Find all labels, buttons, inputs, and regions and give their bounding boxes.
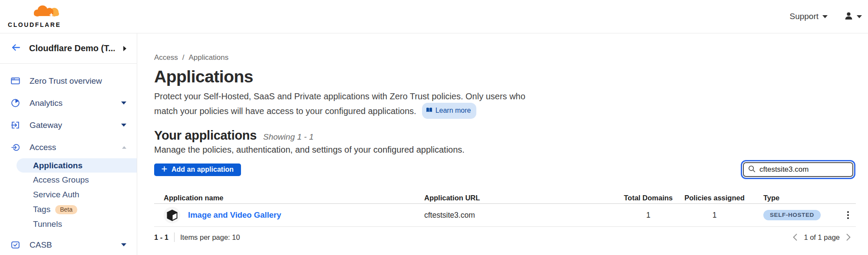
chevron-down-icon: [822, 15, 828, 18]
section-title: Your applications: [154, 128, 257, 143]
sidebar-item-label: Applications: [33, 161, 83, 170]
gateway-icon: [11, 121, 20, 130]
page-title: Applications: [154, 67, 856, 86]
back-arrow-icon[interactable]: [11, 44, 20, 53]
sidebar-item-access[interactable]: Access: [0, 136, 137, 158]
application-name-cell: Image and Video Gallery: [154, 207, 424, 223]
table-footer: 1 - 1 Items per page: 10 1 of 1 page: [154, 232, 856, 242]
applications-table: Application name Application URL Total D…: [154, 192, 856, 227]
learn-more-button[interactable]: Learn more: [422, 103, 477, 119]
toolbar: Add an application: [154, 162, 856, 177]
column-policies-assigned: Policies assigned: [677, 194, 752, 202]
application-cube-icon: [164, 207, 180, 223]
main-content: Access / Applications Applications Prote…: [138, 33, 868, 255]
search-input[interactable]: [759, 165, 848, 174]
sidebar-account-header: Cloudflare Demo (T...: [0, 33, 137, 64]
casb-check-icon: [11, 240, 20, 249]
sidebar-item-zero-trust-overview[interactable]: Zero Trust overview: [0, 70, 137, 92]
sidebar-item-label: CASB: [30, 240, 52, 250]
sidebar-item-gateway[interactable]: Gateway: [0, 114, 137, 136]
section-description: Manage the policies, authentication, and…: [154, 145, 856, 155]
breadcrumb-access[interactable]: Access: [154, 53, 178, 62]
sidebar-nav: Zero Trust overview Analytics: [0, 64, 137, 255]
sidebar-item-tunnels[interactable]: Tunnels: [0, 217, 137, 232]
pagination: 1 of 1 page: [793, 233, 851, 242]
chevron-down-icon[interactable]: [121, 101, 126, 105]
policies-assigned-cell: 1: [677, 211, 752, 220]
top-bar: CLOUDFLARE Support: [0, 0, 868, 33]
result-range: 1 - 1: [154, 233, 168, 242]
cloudflare-logo[interactable]: CLOUDFLARE: [8, 5, 61, 28]
book-icon: [426, 104, 432, 117]
top-bar-right: Support: [789, 12, 862, 22]
application-url-cell: cftestsite3.com: [424, 211, 620, 220]
expand-account-icon[interactable]: [123, 46, 126, 51]
overview-window-icon: [11, 76, 20, 85]
sidebar-item-access-groups[interactable]: Access Groups: [0, 173, 137, 187]
sidebar-item-label: Gateway: [30, 121, 62, 130]
section-header: Your applications Showing 1 - 1: [154, 128, 856, 143]
sidebar-item-service-auth[interactable]: Service Auth: [0, 187, 137, 202]
chevron-down-icon: [857, 15, 862, 18]
add-application-label: Add an application: [172, 166, 234, 173]
sidebar-item-tags[interactable]: Tags Beta: [0, 202, 137, 217]
account-name: Cloudflare Demo (T...: [29, 43, 115, 53]
search-icon: [748, 165, 756, 174]
zero-trust-dashboard: CLOUDFLARE Support: [0, 0, 868, 255]
sidebar-item-applications[interactable]: Applications: [17, 158, 137, 173]
beta-badge: Beta: [55, 205, 77, 214]
type-badge: SELF-HOSTED: [763, 210, 821, 221]
learn-more-label: Learn more: [436, 104, 471, 117]
column-type: Type: [752, 194, 856, 202]
support-label: Support: [789, 12, 818, 21]
user-menu[interactable]: [844, 12, 862, 22]
table-header-row: Application name Application URL Total D…: [154, 192, 856, 204]
divider: [174, 232, 175, 242]
previous-page-icon[interactable]: [793, 234, 797, 241]
breadcrumb-applications[interactable]: Applications: [189, 53, 229, 62]
description-line-2: match your policies will have access to …: [154, 105, 416, 118]
chevron-up-icon[interactable]: [122, 146, 126, 149]
sidebar-item-label: Access: [30, 143, 56, 152]
column-application-name: Application name: [154, 194, 424, 202]
sidebar-item-casb[interactable]: CASB: [0, 234, 137, 255]
access-submenu: Applications Access Groups Service Auth …: [0, 158, 137, 232]
cloudflare-cloud-icon: [32, 5, 61, 21]
column-total-domains: Total Domains: [620, 194, 677, 202]
column-application-url: Application URL: [424, 194, 620, 202]
access-login-icon: [11, 143, 20, 152]
type-cell: SELF-HOSTED: [752, 209, 856, 221]
page-description: Protect your Self-Hosted, SaaS and Priva…: [154, 90, 856, 119]
total-domains-cell: 1: [620, 211, 677, 220]
chevron-down-icon[interactable]: [121, 243, 126, 246]
breadcrumb-separator: /: [182, 53, 185, 62]
items-per-page-group: 1 - 1 Items per page: 10: [154, 232, 240, 242]
table-row: Image and Video Gallery cftestsite3.com …: [154, 204, 856, 227]
chevron-down-icon[interactable]: [121, 124, 126, 127]
row-actions-kebab-icon[interactable]: [845, 209, 851, 221]
user-avatar-icon: [844, 12, 853, 22]
sidebar-item-analytics[interactable]: Analytics: [0, 92, 137, 114]
sidebar-item-label: Access Groups: [33, 175, 89, 185]
items-per-page-label[interactable]: Items per page: 10: [180, 233, 240, 242]
next-page-icon[interactable]: [846, 234, 851, 241]
description-line-1: Protect your Self-Hosted, SaaS and Priva…: [154, 90, 856, 103]
sidebar-item-label: Zero Trust overview: [30, 76, 102, 86]
analytics-pie-icon: [11, 98, 20, 108]
sidebar-item-label: Service Auth: [33, 190, 79, 199]
add-application-button[interactable]: Add an application: [154, 163, 241, 176]
support-menu[interactable]: Support: [789, 12, 828, 21]
sidebar-item-label: Tunnels: [33, 219, 62, 229]
cloudflare-logo-text: CLOUDFLARE: [8, 21, 61, 28]
sidebar-item-label: Tags: [33, 205, 50, 214]
breadcrumb: Access / Applications: [154, 53, 856, 62]
sidebar: Cloudflare Demo (T... Zero Trust overvie…: [0, 33, 137, 255]
plus-icon: [162, 166, 167, 173]
showing-count: Showing 1 - 1: [263, 132, 314, 142]
search-box: [743, 162, 853, 177]
application-name-link[interactable]: Image and Video Gallery: [188, 210, 281, 220]
page-indicator: 1 of 1 page: [804, 233, 840, 242]
sidebar-item-label: Analytics: [30, 98, 63, 108]
